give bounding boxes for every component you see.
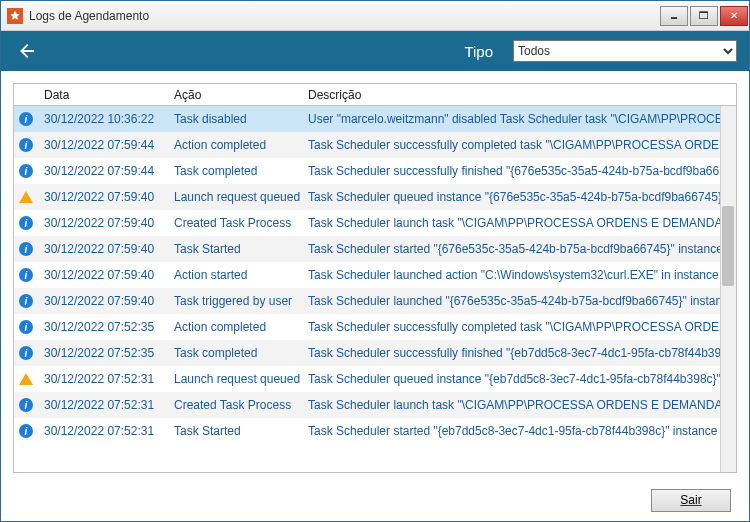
- row-icon: [14, 191, 38, 203]
- table-row[interactable]: i30/12/2022 07:59:44Action completedTask…: [14, 132, 736, 158]
- arrow-left-icon: [14, 40, 36, 62]
- row-descricao: Task Scheduler launched "{676e535c-35a5-…: [302, 294, 736, 308]
- row-descricao: Task Scheduler successfully finished "{6…: [302, 164, 736, 178]
- grid-header-row: Data Ação Descrição: [14, 84, 736, 106]
- row-descricao: Task Scheduler successfully completed ta…: [302, 320, 736, 334]
- sair-button[interactable]: Sair: [651, 489, 731, 512]
- info-icon: i: [19, 268, 33, 282]
- info-icon: i: [19, 216, 33, 230]
- row-acao: Task Started: [168, 242, 302, 256]
- row-descricao: Task Scheduler launch task "\CIGAM\PP\PR…: [302, 398, 736, 412]
- column-header-acao[interactable]: Ação: [168, 84, 302, 105]
- row-descricao: Task Scheduler launched action "C:\Windo…: [302, 268, 736, 282]
- footer: Sair: [1, 479, 749, 521]
- warning-icon: [19, 373, 33, 385]
- row-descricao: Task Scheduler queued instance "{eb7dd5c…: [302, 372, 736, 386]
- row-acao: Task triggered by user: [168, 294, 302, 308]
- row-icon: [14, 373, 38, 385]
- row-descricao: Task Scheduler successfully completed ta…: [302, 138, 736, 152]
- warning-icon: [19, 191, 33, 203]
- row-descricao: Task Scheduler queued instance "{676e535…: [302, 190, 736, 204]
- row-data: 30/12/2022 07:59:44: [38, 164, 168, 178]
- window-title: Logs de Agendamento: [29, 9, 149, 23]
- toolbar: Tipo Todos: [1, 31, 749, 71]
- table-row[interactable]: i30/12/2022 07:52:31Task StartedTask Sch…: [14, 418, 736, 444]
- row-acao: Task Started: [168, 424, 302, 438]
- row-icon: i: [14, 216, 38, 230]
- app-window: Logs de Agendamento 🗕 🗖 ✕ Tipo Todos Dat…: [0, 0, 750, 522]
- row-acao: Task completed: [168, 164, 302, 178]
- row-data: 30/12/2022 07:59:40: [38, 216, 168, 230]
- row-icon: i: [14, 294, 38, 308]
- row-acao: Task disabled: [168, 112, 302, 126]
- table-row[interactable]: i30/12/2022 07:52:35Task completedTask S…: [14, 340, 736, 366]
- row-data: 30/12/2022 07:59:40: [38, 294, 168, 308]
- row-icon: i: [14, 242, 38, 256]
- maximize-button[interactable]: 🗖: [690, 6, 718, 26]
- column-header-data[interactable]: Data: [38, 84, 168, 105]
- row-icon: i: [14, 320, 38, 334]
- row-data: 30/12/2022 07:52:31: [38, 372, 168, 386]
- row-icon: i: [14, 268, 38, 282]
- table-row[interactable]: i30/12/2022 07:59:40Created Task Process…: [14, 210, 736, 236]
- row-data: 30/12/2022 07:59:40: [38, 242, 168, 256]
- row-data: 30/12/2022 07:59:40: [38, 190, 168, 204]
- log-grid: Data Ação Descrição i30/12/2022 10:36:22…: [13, 83, 737, 473]
- row-icon: i: [14, 112, 38, 126]
- table-row[interactable]: 30/12/2022 07:59:40Launch request queued…: [14, 184, 736, 210]
- info-icon: i: [19, 320, 33, 334]
- table-row[interactable]: 30/12/2022 07:52:31Launch request queued…: [14, 366, 736, 392]
- info-icon: i: [19, 424, 33, 438]
- scrollbar-thumb[interactable]: [722, 206, 734, 286]
- tipo-label: Tipo: [464, 43, 513, 60]
- row-acao: Created Task Process: [168, 216, 302, 230]
- info-icon: i: [19, 138, 33, 152]
- row-icon: i: [14, 164, 38, 178]
- info-icon: i: [19, 164, 33, 178]
- content: Data Ação Descrição i30/12/2022 10:36:22…: [1, 71, 749, 479]
- row-icon: i: [14, 398, 38, 412]
- row-acao: Action completed: [168, 138, 302, 152]
- info-icon: i: [19, 294, 33, 308]
- row-data: 30/12/2022 07:52:35: [38, 320, 168, 334]
- row-acao: Created Task Process: [168, 398, 302, 412]
- row-data: 30/12/2022 07:52:35: [38, 346, 168, 360]
- table-row[interactable]: i30/12/2022 07:59:40Task StartedTask Sch…: [14, 236, 736, 262]
- row-descricao: Task Scheduler launch task "\CIGAM\PP\PR…: [302, 216, 736, 230]
- back-button[interactable]: [13, 39, 37, 63]
- row-data: 30/12/2022 07:59:40: [38, 268, 168, 282]
- tipo-select[interactable]: Todos: [513, 40, 737, 62]
- row-acao: Action completed: [168, 320, 302, 334]
- row-acao: Launch request queued: [168, 372, 302, 386]
- row-data: 30/12/2022 10:36:22: [38, 112, 168, 126]
- column-header-descricao[interactable]: Descrição: [302, 84, 736, 105]
- row-descricao: User "marcelo.weitzmann" disabled Task S…: [302, 112, 736, 126]
- table-row[interactable]: i30/12/2022 10:36:22Task disabledUser "m…: [14, 106, 736, 132]
- table-row[interactable]: i30/12/2022 07:59:40Action startedTask S…: [14, 262, 736, 288]
- info-icon: i: [19, 112, 33, 126]
- row-descricao: Task Scheduler started "{eb7dd5c8-3ec7-4…: [302, 424, 736, 438]
- row-data: 30/12/2022 07:59:44: [38, 138, 168, 152]
- row-descricao: Task Scheduler successfully finished "{e…: [302, 346, 736, 360]
- table-row[interactable]: i30/12/2022 07:52:31Created Task Process…: [14, 392, 736, 418]
- grid-body: i30/12/2022 10:36:22Task disabledUser "m…: [14, 106, 736, 472]
- close-button[interactable]: ✕: [720, 6, 748, 26]
- table-row[interactable]: i30/12/2022 07:52:35Action completedTask…: [14, 314, 736, 340]
- info-icon: i: [19, 242, 33, 256]
- window-controls: 🗕 🗖 ✕: [659, 6, 749, 26]
- row-descricao: Task Scheduler started "{676e535c-35a5-4…: [302, 242, 736, 256]
- row-icon: i: [14, 424, 38, 438]
- minimize-button[interactable]: 🗕: [660, 6, 688, 26]
- info-icon: i: [19, 398, 33, 412]
- table-row[interactable]: i30/12/2022 07:59:44Task completedTask S…: [14, 158, 736, 184]
- row-data: 30/12/2022 07:52:31: [38, 398, 168, 412]
- scrollbar[interactable]: [720, 106, 736, 472]
- app-icon: [7, 8, 23, 24]
- column-header-icon[interactable]: [14, 84, 38, 105]
- row-acao: Action started: [168, 268, 302, 282]
- row-acao: Launch request queued: [168, 190, 302, 204]
- row-data: 30/12/2022 07:52:31: [38, 424, 168, 438]
- table-row[interactable]: i30/12/2022 07:59:40Task triggered by us…: [14, 288, 736, 314]
- info-icon: i: [19, 346, 33, 360]
- row-acao: Task completed: [168, 346, 302, 360]
